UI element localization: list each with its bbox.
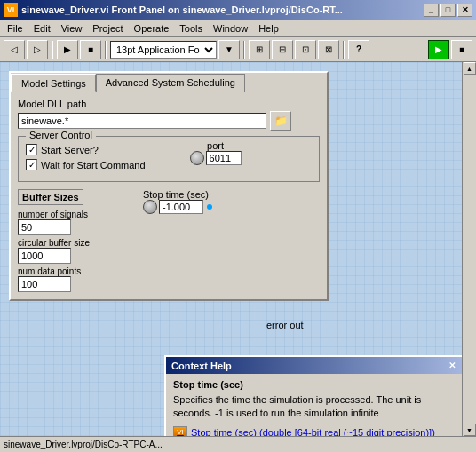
context-help-title-text: Context Help <box>171 361 232 371</box>
start-server-label: Start Server? <box>41 145 99 155</box>
tab-model-settings[interactable]: Model Settings <box>11 74 96 92</box>
server-checkboxes: ✓ Start Server? ✓ Wait for Start Command <box>26 140 146 174</box>
app-icon: VI <box>4 3 18 17</box>
toolbar: ◁ ▷ ▶ ■ 13pt Application Font ▼ ⊞ ⊟ ⊡ ⊠ … <box>0 37 476 62</box>
browse-folder-button[interactable]: 📁 <box>270 111 291 131</box>
status-text: sinewave_Driver.lvproj/DisCo-RTPC-A... <box>4 440 163 449</box>
context-help-title-bar: Context Help ✕ <box>166 357 462 374</box>
tab-advanced[interactable]: Advanced System Scheduling <box>96 74 245 92</box>
stop-button[interactable]: ■ <box>80 40 101 59</box>
reorder-button[interactable]: ⊠ <box>318 40 339 59</box>
menu-bar: File Edit View Project Operate Tools Win… <box>0 20 476 37</box>
font-dropdown[interactable]: 13pt Application Font <box>110 41 217 59</box>
context-help-panel: Context Help ✕ Stop time (sec) Specifies… <box>164 355 462 436</box>
num-signals-input[interactable] <box>18 219 71 235</box>
menu-operate[interactable]: Operate <box>129 21 175 36</box>
num-data-label: num data points <box>18 266 90 276</box>
stop-time-label: Stop time (sec) <box>143 189 212 200</box>
wait-command-label: Wait for Start Command <box>41 160 146 170</box>
stop-time-knob[interactable] <box>143 200 157 214</box>
title-bar-left: VI sinewave_Driver.vi Front Panel on sin… <box>4 3 343 17</box>
menu-file[interactable]: File <box>2 21 28 36</box>
port-label: port <box>190 140 242 151</box>
context-help-link-text: Stop time (sec) (double [64-bit real (~1… <box>191 427 435 436</box>
error-out-label: error out <box>266 320 304 330</box>
toolbar-separator-4 <box>343 41 345 59</box>
vi-run-button[interactable]: ▶ <box>428 40 449 59</box>
port-knob[interactable] <box>190 151 204 165</box>
minimize-button[interactable]: _ <box>424 4 439 17</box>
help-button[interactable]: ? <box>348 40 369 59</box>
menu-view[interactable]: View <box>56 21 88 36</box>
num-data-input[interactable] <box>18 276 71 292</box>
panel-area: Model Settings Advanced System Schedulin… <box>0 62 462 436</box>
buffer-sizes-label: Buffer Sizes <box>18 189 83 205</box>
buffer-sizes-section: Buffer Sizes number of signals circular … <box>18 189 90 292</box>
menu-edit[interactable]: Edit <box>28 21 56 36</box>
context-help-content: Stop time (sec) Specifies the time the s… <box>166 374 462 436</box>
align-button[interactable]: ⊞ <box>249 40 270 59</box>
toolbar-separator-2 <box>105 41 107 59</box>
close-button[interactable]: ✕ <box>457 4 472 17</box>
window-title: sinewave_Driver.vi Front Panel on sinewa… <box>21 4 343 15</box>
dll-path-label: Model DLL path <box>18 99 320 109</box>
context-help-text: Specifies the time the simulation is pro… <box>173 393 457 421</box>
port-input[interactable] <box>206 151 242 165</box>
scroll-down-button[interactable]: ▼ <box>464 424 476 436</box>
stop-time-control <box>143 200 212 214</box>
run-button[interactable]: ▶ <box>57 40 78 59</box>
menu-window[interactable]: Window <box>208 21 253 36</box>
menu-help[interactable]: Help <box>253 21 284 36</box>
scroll-up-button[interactable]: ▲ <box>464 62 476 75</box>
font-btn[interactable]: ▼ <box>218 40 240 59</box>
server-control-label: Server Control <box>26 130 96 140</box>
menu-project[interactable]: Project <box>87 21 128 36</box>
distribute-button[interactable]: ⊟ <box>272 40 293 59</box>
start-server-row: ✓ Start Server? <box>26 144 146 155</box>
start-server-checkbox[interactable]: ✓ <box>26 144 37 155</box>
title-buttons: _ □ ✕ <box>424 4 472 17</box>
tab-panel: Model Settings Advanced System Schedulin… <box>9 71 329 301</box>
context-help-close-button[interactable]: ✕ <box>444 359 459 372</box>
wait-command-checkbox[interactable]: ✓ <box>26 159 37 170</box>
tab-content: Model DLL path 📁 Server Control ✓ Start … <box>11 91 327 299</box>
dll-row: 📁 <box>18 111 320 131</box>
stop-time-section: Stop time (sec) <box>143 189 212 214</box>
toolbar-separator-3 <box>243 41 245 59</box>
port-area: port <box>190 140 242 165</box>
maximize-button[interactable]: □ <box>440 4 456 17</box>
error-out-area: error out <box>266 320 304 330</box>
toolbar-separator-1 <box>52 41 53 59</box>
wait-command-row: ✓ Wait for Start Command <box>26 159 146 170</box>
resize-button[interactable]: ⊡ <box>295 40 316 59</box>
server-control-group: Server Control ✓ Start Server? ✓ Wait fo… <box>18 136 320 182</box>
back-button[interactable]: ◁ <box>4 40 25 59</box>
port-control <box>190 151 242 165</box>
circular-buffer-input[interactable] <box>18 248 71 264</box>
context-help-vi-icon: VI <box>173 426 187 436</box>
num-signals-label: number of signals <box>18 210 90 219</box>
right-scrollbar: ▲ ▼ <box>462 62 476 436</box>
stop-time-indicator <box>207 204 212 210</box>
context-help-link[interactable]: VI Stop time (sec) (double [64-bit real … <box>173 426 457 436</box>
menu-tools[interactable]: Tools <box>174 21 208 36</box>
forward-button[interactable]: ▷ <box>27 40 48 59</box>
title-bar: VI sinewave_Driver.vi Front Panel on sin… <box>0 0 476 20</box>
main-area: Model Settings Advanced System Schedulin… <box>0 62 476 436</box>
dll-path-input[interactable] <box>18 113 266 129</box>
toolbar-right: ▶ ■ <box>428 40 472 59</box>
tab-header: Model Settings Advanced System Schedulin… <box>11 73 327 91</box>
context-help-item-title: Stop time (sec) <box>173 379 457 390</box>
circular-buffer-label: circular buffer size <box>18 238 90 248</box>
vi-stop-button[interactable]: ■ <box>451 40 472 59</box>
scroll-track[interactable] <box>464 75 476 424</box>
stop-time-input[interactable] <box>159 200 203 214</box>
status-bar: sinewave_Driver.lvproj/DisCo-RTPC-A... <box>0 436 476 452</box>
